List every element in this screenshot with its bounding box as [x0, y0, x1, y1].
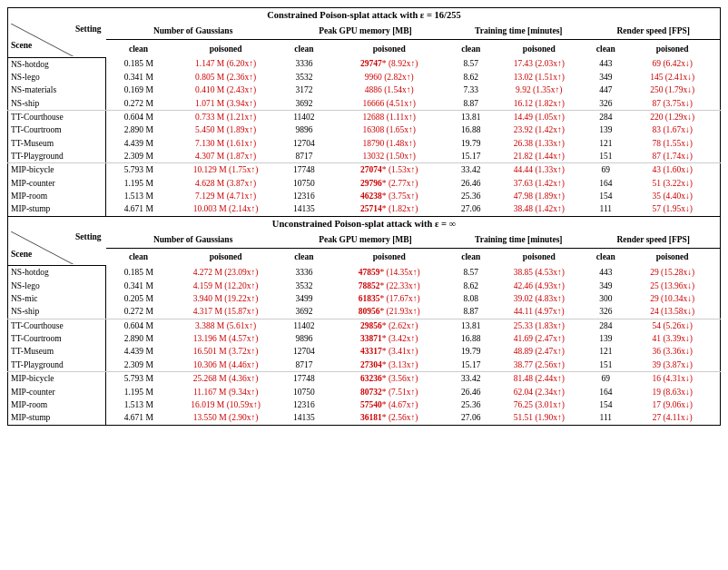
- rs-poisoned: 27 (4.11x↓): [625, 411, 720, 425]
- ng-poisoned: 4.317 M (15.87x↑): [172, 305, 280, 319]
- tr-clean: 8.08: [450, 292, 491, 305]
- rs-poisoned: 83 (1.67x↓): [625, 123, 720, 136]
- tr-clean: 26.46: [450, 386, 491, 398]
- render-speed-header: Render speed [FPS]: [586, 23, 720, 40]
- gpu-clean: 3692: [280, 97, 329, 111]
- s1-g1-r2: NS-lego 0.341 M 0.805 M (2.36x↑) 3532 99…: [8, 71, 721, 84]
- ng-clean: 2.309 M: [106, 359, 172, 372]
- tr-poisoned: 38.85 (4.53x↑): [491, 266, 586, 280]
- tr-clean: 8.57: [450, 57, 491, 71]
- rs-clean: 443: [586, 57, 625, 71]
- s2-ng-clean-header: clean: [106, 249, 172, 266]
- gpu-poisoned: 61835* (17.67x↑): [328, 292, 450, 305]
- scene-name: MIP-stump: [8, 411, 106, 425]
- rs-clean: 300: [586, 292, 625, 305]
- gpu-poisoned: 29747* (8.92x↑): [328, 57, 450, 71]
- s2-peak-gpu-header: Peak GPU memory [MB]: [280, 231, 451, 248]
- ng-clean: 5.793 M: [106, 372, 172, 386]
- gpu-clean: 3532: [280, 71, 329, 84]
- tr-clean: 19.79: [450, 137, 491, 150]
- ng-poisoned: 4.159 M (12.20x↑): [172, 280, 280, 292]
- gpu-poisoned: 9960 (2.82x↑): [328, 71, 450, 84]
- rs-poisoned: 17 (9.06x↓): [625, 398, 720, 411]
- gpu-poisoned: 18790 (1.48x↑): [328, 137, 450, 150]
- tr-poisoned: 9.92 (1.35x↑): [491, 84, 586, 96]
- gpu-clean: 10750: [280, 386, 329, 398]
- scene-name: NS-ship: [8, 97, 106, 111]
- tr-poisoned: 38.77 (2.56x↑): [491, 359, 586, 372]
- gpu-poisoned: 29856* (2.62x↑): [328, 319, 450, 332]
- rs-clean: 111: [586, 411, 625, 425]
- tr-clean: 26.46: [450, 177, 491, 190]
- s2-g1-r3: NS-mic 0.205 M 3.940 M (19.22x↑) 3499 61…: [8, 292, 721, 305]
- rs-clean: 154: [586, 398, 625, 411]
- gpu-poisoned: 46238* (3.75x↑): [328, 190, 450, 202]
- rs-clean: 164: [586, 177, 625, 190]
- s2-render-speed-header: Render speed [FPS]: [586, 231, 720, 248]
- rs-poisoned: 36 (3.36x↓): [625, 345, 720, 358]
- ng-poisoned: 10.003 M (2.14x↑): [172, 202, 280, 216]
- ng-clean: 0.341 M: [106, 280, 172, 292]
- rs-poisoned: 39 (3.87x↓): [625, 359, 720, 372]
- gpu-clean: 14135: [280, 411, 329, 425]
- s2-gpu-clean-header: clean: [280, 249, 329, 266]
- ng-poisoned: 4.307 M (1.87x↑): [172, 150, 280, 163]
- gpu-poisoned: 27074* (1.53x↑): [328, 163, 450, 177]
- scene-name: MIP-counter: [8, 386, 106, 398]
- gpu-poisoned: 80732* (7.51x↑): [328, 386, 450, 398]
- rs-poisoned: 35 (4.40x↓): [625, 190, 720, 202]
- rs-clean: 443: [586, 266, 625, 280]
- scene-name: TT-Museum: [8, 137, 106, 150]
- rs-clean: 284: [586, 111, 625, 124]
- tr-poisoned: 21.82 (1.44x↑): [491, 150, 586, 163]
- ng-clean: 4.439 M: [106, 137, 172, 150]
- ng-clean: 5.793 M: [106, 163, 172, 177]
- tr-clean: 25.36: [450, 398, 491, 411]
- rs-clean: 284: [586, 319, 625, 332]
- gpu-poisoned: 12688 (1.11x↑): [328, 111, 450, 124]
- rs-clean: 139: [586, 123, 625, 136]
- ng-poisoned: 3.388 M (5.61x↑): [172, 319, 280, 332]
- s2-g3-r3: MIP-room 1.513 M 16.019 M (10.59x↑) 1231…: [8, 398, 721, 411]
- gpu-poisoned: 47859* (14.35x↑): [328, 266, 450, 280]
- scene-name: NS-ship: [8, 305, 106, 319]
- ng-poisoned: 0.805 M (2.36x↑): [172, 71, 280, 84]
- s2-g2-r4: TT-Playground 2.309 M 10.306 M (4.46x↑) …: [8, 359, 721, 372]
- ng-clean: 0.604 M: [106, 319, 172, 332]
- rs-clean: 154: [586, 190, 625, 202]
- scene-name: MIP-room: [8, 398, 106, 411]
- scene-name: NS-lego: [8, 71, 106, 84]
- ng-clean: 1.195 M: [106, 386, 172, 398]
- s2-metric-scene-header: Setting Scene: [8, 231, 106, 266]
- tr-poisoned: 37.63 (1.42x↑): [491, 177, 586, 190]
- scene-name: NS-hotdog: [8, 57, 106, 71]
- s2-g2-r3: TT-Museum 4.439 M 16.501 M (3.72x↑) 1270…: [8, 345, 721, 358]
- scene-name: MIP-counter: [8, 177, 106, 190]
- rs-clean: 326: [586, 305, 625, 319]
- tr-clean: 33.42: [450, 163, 491, 177]
- s2-setting-label: Setting: [11, 231, 103, 242]
- gpu-poisoned: 13032 (1.50x↑): [328, 150, 450, 163]
- tr-clean: 19.79: [450, 345, 491, 358]
- ng-clean: 4.671 M: [106, 411, 172, 425]
- ng-poisoned: 13.550 M (2.90x↑): [172, 411, 280, 425]
- tr-clean: 8.62: [450, 71, 491, 84]
- ng-poisoned: 7.130 M (1.61x↑): [172, 137, 280, 150]
- s2-sub-header-row: clean poisoned clean poisoned clean pois…: [8, 249, 721, 266]
- rs-poisoned: 145 (2.41x↓): [625, 71, 720, 84]
- gpu-clean: 11402: [280, 111, 329, 124]
- gpu-clean: 12316: [280, 398, 329, 411]
- gpu-clean: 3499: [280, 292, 329, 305]
- gpu-poisoned: 16308 (1.65x↑): [328, 123, 450, 136]
- scene-name: NS-mic: [8, 292, 106, 305]
- setting-label: Setting: [11, 24, 103, 34]
- s1-g2-r3: TT-Museum 4.439 M 7.130 M (1.61x↑) 12704…: [8, 137, 721, 150]
- s2-g2-r1: TT-Courthouse 0.604 M 3.388 M (5.61x↑) 1…: [8, 319, 721, 332]
- rs-poisoned: 43 (1.60x↓): [625, 163, 720, 177]
- tr-poisoned: 17.43 (2.03x↑): [491, 57, 586, 71]
- gpu-clean: 14135: [280, 202, 329, 216]
- tr-poisoned: 25.33 (1.83x↑): [491, 319, 586, 332]
- tr-poisoned: 47.98 (1.89x↑): [491, 190, 586, 202]
- gpu-poisoned: 78852* (22.33x↑): [328, 280, 450, 292]
- rs-poisoned: 54 (5.26x↓): [625, 319, 720, 332]
